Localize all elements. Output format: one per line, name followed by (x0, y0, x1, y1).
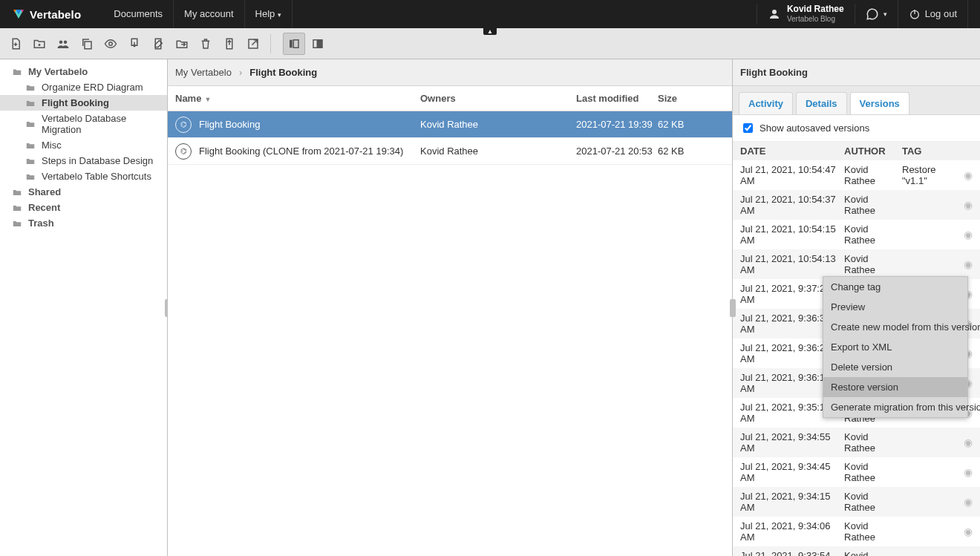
tab-versions[interactable]: Versions (850, 92, 909, 114)
row-owner: Kovid Rathee (420, 145, 576, 157)
sidebar-root-trash[interactable]: Trash (0, 215, 167, 231)
delete-button[interactable] (195, 33, 217, 55)
version-date: Jul 21, 2021, 9:34:06 AM (740, 520, 844, 543)
sidebar-root-shared[interactable]: Shared (0, 184, 167, 200)
context-menu-item[interactable]: Export to XML (823, 337, 967, 357)
version-author: Kovid Rathee (844, 461, 902, 483)
copy-button[interactable] (76, 33, 98, 55)
breadcrumb-current: Flight Booking (249, 67, 317, 78)
svg-rect-12 (290, 39, 293, 48)
version-actions-icon[interactable]: ◉ (956, 526, 973, 537)
row-size: 62 KB (658, 119, 725, 130)
col-modified[interactable]: Last modified (576, 93, 658, 104)
folder-open-icon (12, 67, 22, 77)
tab-activity[interactable]: Activity (739, 92, 793, 114)
version-row[interactable]: Jul 21, 2021, 10:54:37 AMKovid Rathee◉ (733, 190, 980, 220)
import-button[interactable] (218, 33, 241, 55)
row-modified: 2021-07-21 19:39 (576, 119, 658, 130)
breadcrumb-root[interactable]: My Vertabelo (175, 67, 232, 78)
view-grid-button[interactable] (307, 33, 329, 55)
breadcrumb: My Vertabelo › Flight Booking (168, 59, 732, 86)
version-date: Jul 21, 2021, 9:34:45 AM (740, 461, 844, 483)
sidebar-item[interactable]: Misc (0, 137, 167, 153)
user-menu[interactable]: Kovid Rathee Vertabelo Blog (757, 4, 855, 24)
folder-icon (12, 203, 22, 213)
version-row[interactable]: Jul 21, 2021, 9:33:54 AMKovid Rathee◉ (733, 546, 980, 556)
list-header: Name▼ Owners Last modified Size (168, 86, 732, 111)
preview-button[interactable] (99, 33, 122, 55)
context-menu-item[interactable]: Delete version (823, 357, 967, 377)
col-owners[interactable]: Owners (420, 93, 576, 104)
nav-documents[interactable]: Documents (103, 0, 174, 28)
version-author: Kovid Rathee (844, 194, 902, 216)
edit-button[interactable] (147, 33, 169, 55)
version-actions-icon[interactable]: ◉ (956, 436, 973, 448)
table-row[interactable]: ⌬Flight Booking (CLONE from 2021-07-21 1… (168, 138, 732, 165)
context-menu-item[interactable]: Restore version (823, 377, 967, 397)
toolbar: ▲ (0, 28, 980, 59)
sidebar-item[interactable]: Vertabelo Database Migration (0, 111, 167, 137)
context-menu-item[interactable]: Create new model from this version (823, 317, 967, 337)
sidebar-item[interactable]: Organize ERD Diagram (0, 79, 167, 95)
version-actions-icon[interactable]: ◉ (956, 496, 973, 508)
version-author: Kovid Rathee (844, 520, 902, 543)
context-menu-item[interactable]: Generate migration from this version (823, 397, 967, 417)
version-actions-icon[interactable]: ◉ (956, 169, 973, 181)
sidebar-item-label: Misc (42, 140, 62, 151)
move-button[interactable] (171, 33, 193, 55)
folder-icon (25, 98, 36, 108)
new-document-button[interactable] (4, 33, 27, 55)
chevron-down-icon: ▾ (278, 11, 281, 19)
version-actions-icon[interactable]: ◉ (956, 229, 973, 241)
version-row[interactable]: Jul 21, 2021, 10:54:47 AMKovid RatheeRes… (733, 160, 980, 190)
tab-details[interactable]: Details (796, 92, 847, 114)
user-sub: Vertabelo Blog (787, 14, 844, 24)
version-author: Kovid Rathee (844, 431, 902, 454)
svg-rect-9 (85, 42, 91, 49)
version-row[interactable]: Jul 21, 2021, 10:54:13 AMKovid Rathee◉ (733, 249, 980, 279)
version-date: Jul 21, 2021, 9:34:55 AM (740, 431, 844, 454)
context-menu-item[interactable]: Change tag (823, 277, 967, 297)
nav-help[interactable]: Help ▾ (245, 0, 293, 29)
row-owner: Kovid Rathee (420, 119, 576, 130)
col-name[interactable]: Name▼ (175, 93, 420, 104)
version-date: Jul 21, 2021, 10:54:47 AM (740, 164, 844, 186)
row-size: 62 KB (658, 145, 725, 157)
sidebar-item[interactable]: Steps in Database Design (0, 153, 167, 169)
open-external-button[interactable] (242, 33, 264, 55)
svg-rect-14 (313, 39, 317, 48)
sidebar-root-mydocs[interactable]: My Vertabelo (0, 64, 167, 79)
share-button[interactable] (52, 33, 74, 55)
table-row[interactable]: ⌬Flight BookingKovid Rathee2021-07-21 19… (168, 111, 732, 138)
download-button[interactable] (123, 33, 146, 55)
version-row[interactable]: Jul 21, 2021, 9:34:06 AMKovid Rathee◉ (733, 517, 980, 546)
svg-point-7 (59, 40, 63, 44)
version-actions-icon[interactable]: ◉ (956, 199, 973, 211)
logout-button[interactable]: Log out (898, 0, 968, 28)
brand: Vertabelo (30, 8, 81, 21)
new-folder-button[interactable] (28, 33, 50, 55)
row-name: Flight Booking (CLONE from 2021-07-21 19… (199, 145, 403, 157)
sidebar-item[interactable]: Vertabelo Table Shortcuts (0, 169, 167, 184)
version-row[interactable]: Jul 21, 2021, 9:34:45 AMKovid Rathee◉ (733, 457, 980, 487)
context-menu-item[interactable]: Preview (823, 297, 967, 317)
version-row[interactable]: Jul 21, 2021, 9:34:55 AMKovid Rathee◉ (733, 428, 980, 457)
nav-my-account[interactable]: My account (174, 0, 244, 28)
view-list-button[interactable] (283, 33, 305, 55)
sidebar-item[interactable]: Flight Booking (0, 95, 167, 111)
sidebar-item-label: Vertabelo Database Migration (42, 113, 160, 135)
version-row[interactable]: Jul 21, 2021, 10:54:15 AMKovid Rathee◉ (733, 220, 980, 249)
version-row[interactable]: Jul 21, 2021, 9:37:22 AMKovid Rathee◉Cha… (733, 279, 980, 309)
version-author: Kovid Rathee (844, 253, 902, 275)
version-date: Jul 21, 2021, 10:54:13 AM (740, 253, 844, 275)
svg-rect-13 (293, 39, 298, 48)
version-actions-icon[interactable]: ◉ (956, 466, 973, 478)
version-date: Jul 21, 2021, 10:54:15 AM (740, 223, 844, 246)
collapse-toolbar-icon[interactable]: ▲ (483, 27, 497, 35)
version-row[interactable]: Jul 21, 2021, 9:34:15 AMKovid Rathee◉ (733, 487, 980, 517)
col-size[interactable]: Size (658, 93, 725, 104)
notifications-button[interactable]: ▾ (855, 0, 898, 28)
show-autosaved-checkbox[interactable] (743, 123, 753, 133)
sidebar-root-recent[interactable]: Recent (0, 200, 167, 215)
version-actions-icon[interactable]: ◉ (956, 258, 973, 270)
